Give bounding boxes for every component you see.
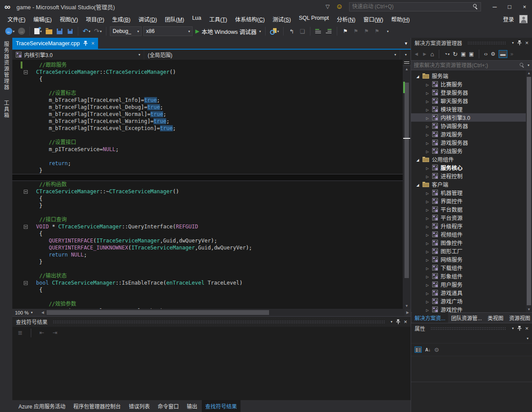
find-symbol-results-header[interactable]: 查找符号结果 ▾ × <box>12 317 411 327</box>
menu-item[interactable]: 生成(B) <box>108 13 135 25</box>
menu-item[interactable]: 窗口(W) <box>359 13 387 25</box>
window-position-chevron-icon[interactable]: ▾ <box>512 326 514 330</box>
expand-arrow-icon[interactable] <box>425 81 430 87</box>
expand-arrow-icon[interactable] <box>425 248 430 254</box>
tree-item[interactable]: 进程控制 <box>411 172 532 180</box>
toggle-bookmark-button[interactable]: ⚑ <box>341 26 350 36</box>
clear-bookmarks-button[interactable]: ⚑ <box>372 26 381 36</box>
feedback-smiley-icon[interactable]: ☺ <box>336 3 343 10</box>
tree-item[interactable]: 聊天服务器 <box>411 97 532 105</box>
scrollbar-thumb[interactable] <box>404 83 409 278</box>
bottom-tab[interactable]: 错误列表 <box>125 400 153 412</box>
properties-object-dropdown[interactable]: ▾ <box>411 333 532 343</box>
close-icon[interactable]: × <box>525 40 528 46</box>
menu-item[interactable]: 团队(M) <box>161 13 188 25</box>
menu-item[interactable]: 编辑(E) <box>29 13 56 25</box>
bottom-tab[interactable]: 命令窗口 <box>154 400 182 412</box>
previous-result-icon[interactable]: ⇤ <box>37 328 46 338</box>
show-all-files-icon[interactable]: ▬ <box>499 50 507 58</box>
tree-item[interactable]: 游戏广场 <box>411 297 532 305</box>
expand-arrow-icon[interactable] <box>425 282 430 288</box>
editor-splitter-handle[interactable] <box>403 60 411 66</box>
expand-arrow-icon[interactable] <box>425 206 430 213</box>
pin-icon[interactable] <box>83 41 87 46</box>
next-bookmark-button[interactable]: ⚑ <box>362 26 371 36</box>
expand-arrow-icon[interactable] <box>425 131 430 137</box>
right-tab[interactable]: 资源视图 <box>506 312 532 323</box>
menu-item[interactable]: SQL Prompt <box>295 13 333 25</box>
properties-icon[interactable]: ⚙ <box>491 51 496 57</box>
properties-header[interactable]: 属性 ▾ × <box>411 323 532 333</box>
copy-view-icon[interactable]: ▣ <box>469 51 474 57</box>
collapse-region-icon[interactable] <box>24 281 28 285</box>
bottom-tab[interactable]: 程序包管理器控制台 <box>70 400 124 412</box>
view-code-icon[interactable]: ‹› <box>484 51 488 57</box>
tree-item[interactable]: 游戏道具 <box>411 289 532 297</box>
quick-launch-box[interactable] <box>349 2 481 11</box>
window-position-chevron-icon[interactable]: ▾ <box>512 41 514 45</box>
tool-window-tab[interactable]: 服务器资源管理器 <box>3 41 10 90</box>
expand-arrow-icon[interactable] <box>425 231 430 238</box>
tree-item[interactable]: 图形工厂 <box>411 247 532 255</box>
expand-arrow-icon[interactable] <box>425 115 430 121</box>
tree-scrollbar[interactable]: ▲ ▼ <box>526 70 532 312</box>
toolbar-overflow-icon[interactable]: » <box>510 51 514 57</box>
right-tab[interactable]: 类视图 <box>485 312 506 323</box>
close-button[interactable]: × <box>517 1 532 12</box>
alphabetical-sort-icon[interactable]: A↓ <box>425 347 430 352</box>
tree-item[interactable]: 平台数据 <box>411 205 532 213</box>
tree-item[interactable]: 平台资源 <box>411 213 532 222</box>
expand-arrow-icon[interactable] <box>425 165 430 171</box>
navigate-to-button[interactable]: ↰ <box>287 26 296 36</box>
save-all-button[interactable] <box>66 26 74 36</box>
tree-item[interactable]: 用户服务 <box>411 280 532 289</box>
scroll-up-icon[interactable]: ▲ <box>526 70 532 76</box>
navigate-forward-button[interactable]: → <box>17 26 26 36</box>
collapse-region-icon[interactable] <box>24 70 28 74</box>
menu-item[interactable]: Lua <box>188 13 205 25</box>
expand-arrow-icon[interactable] <box>425 148 430 154</box>
comment-lines-button[interactable] <box>314 26 323 36</box>
tree-item[interactable]: 内核引擎3.0 <box>411 113 532 122</box>
expand-arrow-icon[interactable] <box>425 273 430 279</box>
user-avatar[interactable] <box>519 15 528 23</box>
close-icon[interactable]: × <box>404 319 407 325</box>
bottom-tab[interactable]: 查找符号结果 <box>202 400 240 412</box>
sign-in-link[interactable]: 登录 <box>503 15 514 23</box>
back-icon[interactable]: ◄ <box>414 51 419 57</box>
tab-list-chevron-icon[interactable]: ▼ <box>404 41 411 46</box>
window-position-chevron-icon[interactable]: ▾ <box>390 320 392 324</box>
expand-arrow-icon[interactable] <box>425 98 430 104</box>
pin-icon[interactable] <box>517 326 521 331</box>
expand-arrow-icon[interactable] <box>425 298 430 304</box>
search-options-chevron-icon[interactable]: ▾ <box>528 63 529 67</box>
previous-bookmark-button[interactable]: ⚑ <box>351 26 360 36</box>
next-result-icon[interactable]: ⇥ <box>51 328 59 338</box>
pin-icon[interactable] <box>517 40 521 45</box>
property-pages-icon[interactable]: ⚙ <box>434 347 439 353</box>
clear-results-icon[interactable]: ≣ <box>16 328 25 338</box>
collapse-all-icon[interactable]: ▣ <box>461 51 466 57</box>
scrollbar-thumb[interactable] <box>527 77 531 305</box>
tree-item[interactable]: 服务端 <box>411 72 532 80</box>
document-tab[interactable]: TraceServiceManager.cpp × <box>12 38 98 49</box>
scope-dropdown[interactable]: (全局范围) ▾ <box>144 50 400 60</box>
categorized-view-icon[interactable] <box>415 347 422 353</box>
start-debugging-button[interactable]: ▶ 本地 Windows 调试器 ▾ <box>194 26 262 36</box>
forward-icon[interactable]: ► <box>422 51 427 57</box>
expand-arrow-icon[interactable] <box>425 198 430 204</box>
expand-arrow-icon[interactable] <box>425 265 430 271</box>
right-tab[interactable]: 解决方案资... <box>412 312 448 323</box>
tree-item[interactable]: 公用组件 <box>411 155 532 163</box>
sync-with-active-document-icon[interactable]: ↻ <box>453 51 458 58</box>
menu-item[interactable]: 体系结构(C) <box>231 13 269 25</box>
scrollbar-thumb[interactable] <box>47 310 269 315</box>
editor-zoom-dropdown[interactable]: 100 % ▾ <box>12 310 40 315</box>
tree-item[interactable]: 游戏控件 <box>411 305 532 312</box>
scroll-right-icon[interactable]: ▶ <box>404 311 411 314</box>
menu-item[interactable]: 文件(F) <box>4 13 29 25</box>
expand-arrow-icon[interactable] <box>425 223 430 229</box>
collapse-region-icon[interactable] <box>24 190 28 194</box>
collapse-arrow-icon[interactable] <box>415 73 420 79</box>
tree-item[interactable]: 机器管理 <box>411 188 532 197</box>
